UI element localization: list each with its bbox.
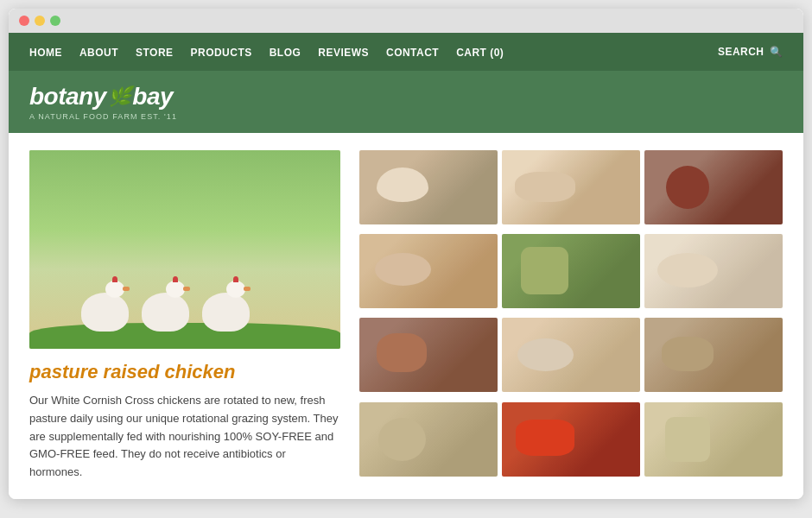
- product-grid: [359, 150, 783, 482]
- chicken-3: [202, 293, 250, 332]
- maximize-button[interactable]: [50, 16, 60, 26]
- nav-blog[interactable]: BLOG: [270, 47, 301, 59]
- product-thumb-1[interactable]: [359, 150, 498, 224]
- nav-about[interactable]: ABOUT: [79, 47, 118, 59]
- chicken-scene: [29, 150, 340, 349]
- main-nav: HOME ABOUT STORE PRODUCTS BLOG REVIEWS C…: [9, 33, 803, 71]
- left-column: pasture raised chicken Our White Cornish…: [29, 150, 340, 482]
- section-title: pasture raised chicken: [29, 361, 340, 383]
- section-description: Our White Cornish Cross chickens are rot…: [29, 392, 340, 482]
- product-thumb-3[interactable]: [644, 150, 783, 224]
- product-thumb-12[interactable]: [644, 402, 783, 477]
- product-thumb-4[interactable]: [359, 234, 498, 308]
- nav-links: HOME ABOUT STORE PRODUCTS BLOG REVIEWS C…: [29, 44, 504, 60]
- search-button[interactable]: SEARCH 🔍: [718, 46, 783, 58]
- product-thumb-9[interactable]: [644, 318, 783, 392]
- logo[interactable]: botany 🌿 bay A NATURAL FOOD FARM EST. '1…: [29, 83, 177, 121]
- product-thumb-7[interactable]: [359, 318, 498, 392]
- site-header: botany 🌿 bay A NATURAL FOOD FARM EST. '1…: [9, 71, 803, 133]
- browser-window: HOME ABOUT STORE PRODUCTS BLOG REVIEWS C…: [9, 9, 803, 499]
- main-content: pasture raised chicken Our White Cornish…: [9, 133, 803, 499]
- product-thumb-2[interactable]: [502, 150, 640, 224]
- nav-reviews[interactable]: REVIEWS: [318, 47, 369, 59]
- nav-products[interactable]: PRODUCTS: [191, 47, 252, 59]
- hero-image: [29, 150, 340, 349]
- nav-cart[interactable]: CART (0): [456, 47, 504, 59]
- product-thumb-5[interactable]: [502, 234, 640, 308]
- logo-main: botany: [29, 83, 106, 111]
- nav-store[interactable]: STORE: [136, 47, 174, 59]
- search-label: SEARCH: [718, 46, 764, 58]
- chicken-1: [81, 293, 129, 332]
- close-button[interactable]: [19, 16, 29, 26]
- logo-secondary: bay: [132, 83, 173, 111]
- title-bar: [9, 9, 803, 33]
- logo-leaf-icon: 🌿: [108, 85, 131, 108]
- search-icon: 🔍: [770, 46, 783, 58]
- nav-contact[interactable]: CONTACT: [386, 47, 439, 59]
- product-thumb-10[interactable]: [359, 402, 498, 477]
- minimize-button[interactable]: [35, 16, 45, 26]
- product-thumb-6[interactable]: [644, 234, 783, 308]
- product-thumb-8[interactable]: [502, 318, 640, 392]
- logo-tagline: A NATURAL FOOD FARM EST. '11: [29, 112, 177, 121]
- product-thumb-11[interactable]: [502, 402, 640, 477]
- nav-home[interactable]: HOME: [29, 47, 62, 59]
- chicken-2: [142, 293, 189, 332]
